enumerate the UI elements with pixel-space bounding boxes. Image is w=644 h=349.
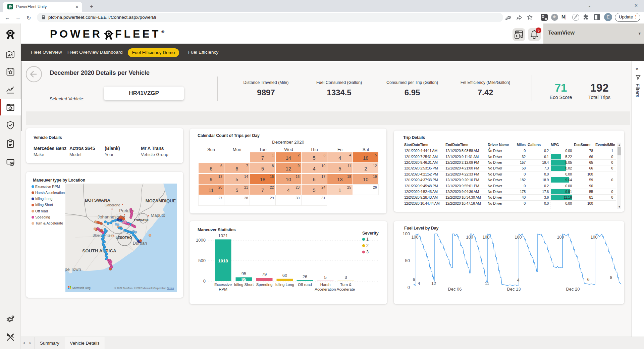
- svg-text:Maputo: Maputo: [151, 213, 165, 218]
- svg-text:26: 26: [303, 274, 307, 279]
- svg-text:© 2022 TomTom, © 2022 Microsof: © 2022 TomTom, © 2022 Microsoft Corporat…: [114, 287, 166, 290]
- svg-text:12: 12: [431, 281, 436, 286]
- svg-text:3: 3: [366, 250, 369, 254]
- svg-text:1021: 1021: [218, 233, 228, 238]
- svg-text:0: 0: [203, 279, 206, 284]
- svg-text:8: 8: [610, 275, 612, 280]
- svg-text:Turn &: Turn &: [340, 283, 352, 287]
- svg-text:Idling Long: Idling Long: [275, 283, 294, 287]
- svg-text:79: 79: [262, 272, 267, 277]
- svg-text:60: 60: [282, 273, 287, 278]
- svg-text:100: 100: [557, 235, 564, 240]
- svg-text:Gaborone: Gaborone: [105, 203, 120, 207]
- svg-text:50: 50: [405, 258, 410, 263]
- svg-text:1000: 1000: [196, 238, 206, 243]
- svg-text:6: 6: [587, 277, 590, 282]
- svg-text:Dec 13: Dec 13: [507, 287, 521, 292]
- svg-text:SOUTH AFRICA: SOUTH AFRICA: [82, 248, 116, 253]
- svg-text:100: 100: [515, 235, 522, 240]
- svg-text:1018: 1018: [218, 258, 228, 263]
- svg-text:100: 100: [483, 235, 490, 240]
- svg-text:Excessive RPM: Excessive RPM: [35, 185, 60, 189]
- svg-text:Off road: Off road: [35, 209, 48, 213]
- svg-text:MOZAMBIQUE: MOZAMBIQUE: [146, 198, 176, 203]
- svg-text:RPM: RPM: [219, 287, 227, 291]
- svg-text:6: 6: [413, 277, 415, 282]
- svg-text:2: 2: [366, 243, 369, 248]
- svg-text:95: 95: [241, 271, 246, 276]
- svg-text:11: 11: [485, 281, 489, 286]
- svg-text:Harsh: Harsh: [320, 283, 331, 287]
- svg-text:Idling Long: Idling Long: [35, 197, 53, 201]
- svg-text:4: 4: [517, 278, 520, 283]
- svg-text:Acceleration: Acceleration: [315, 287, 336, 291]
- svg-text:100: 100: [466, 235, 473, 240]
- svg-text:Harsh Acceleration: Harsh Acceleration: [35, 191, 65, 195]
- svg-text:95: 95: [241, 277, 246, 282]
- svg-text:Accelerate: Accelerate: [337, 287, 355, 291]
- svg-text:BOTSWANA: BOTSWANA: [85, 198, 110, 203]
- svg-text:Off road: Off road: [298, 283, 312, 287]
- svg-text:5: 5: [324, 275, 326, 280]
- svg-text:ESWATINI: ESWATINI: [134, 218, 149, 222]
- svg-text:3: 3: [344, 275, 347, 280]
- svg-text:100: 100: [412, 235, 419, 240]
- svg-text:LESOTHO: LESOTHO: [116, 236, 132, 240]
- svg-text:100: 100: [402, 231, 410, 236]
- svg-text:4: 4: [418, 281, 420, 286]
- svg-text:Idling Short: Idling Short: [234, 283, 254, 287]
- svg-text:Severity: Severity: [362, 231, 379, 236]
- svg-text:Cape Town: Cape Town: [65, 267, 81, 272]
- svg-text:Dec 20: Dec 20: [566, 287, 580, 292]
- svg-text:Terms: Terms: [167, 287, 174, 290]
- svg-text:Dec 06: Dec 06: [448, 287, 462, 292]
- svg-text:Microsoft Bing: Microsoft Bing: [72, 286, 91, 290]
- svg-text:1: 1: [366, 237, 369, 242]
- svg-text:500: 500: [198, 258, 206, 263]
- svg-text:Speeding: Speeding: [256, 283, 273, 287]
- svg-text:Turn & Accelerate: Turn & Accelerate: [35, 221, 63, 225]
- svg-text:0: 0: [408, 285, 410, 290]
- svg-text:100: 100: [591, 235, 598, 240]
- svg-text:Excessive: Excessive: [214, 283, 232, 287]
- svg-text:Idling Short: Idling Short: [35, 203, 53, 207]
- svg-text:Speeding: Speeding: [35, 215, 50, 219]
